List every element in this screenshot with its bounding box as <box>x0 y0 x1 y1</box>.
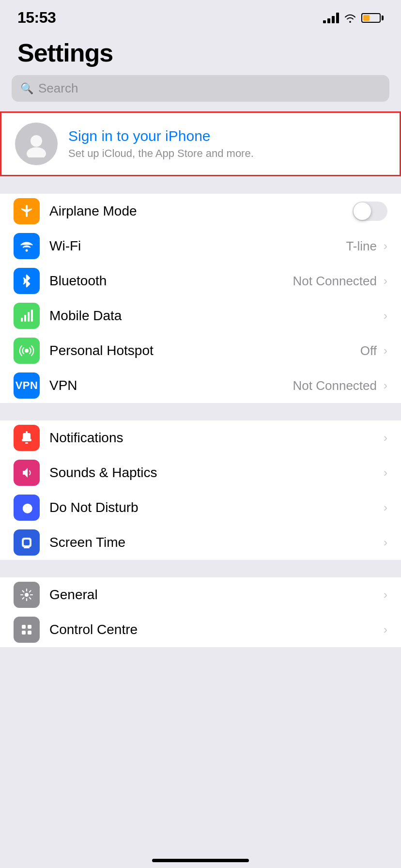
svg-point-1 <box>27 147 46 157</box>
section-gap-1 <box>0 176 401 194</box>
status-time: 15:53 <box>17 9 56 27</box>
status-icons <box>323 13 384 23</box>
search-container: 🔍 Search <box>0 75 401 111</box>
section-gap-3 <box>0 560 401 577</box>
vpn-value: Not Connected <box>293 378 377 393</box>
dnd-icon-svg <box>19 500 34 515</box>
settings-row-hotspot[interactable]: Personal Hotspot Off › <box>0 333 401 368</box>
battery-icon <box>361 13 384 23</box>
sounds-icon-svg <box>19 465 34 480</box>
control-centre-icon <box>14 617 40 643</box>
control-centre-chevron: › <box>384 623 387 636</box>
wifi-label: Wi-Fi <box>49 238 346 254</box>
general-icon <box>14 582 40 608</box>
vpn-label-text: VPN <box>15 379 38 392</box>
bluetooth-value: Not Connected <box>293 274 377 289</box>
svg-point-16 <box>25 593 29 597</box>
svg-rect-10 <box>25 442 28 444</box>
vpn-icon: VPN <box>14 372 40 399</box>
settings-group-connectivity: Airplane Mode Wi-Fi T-line › Bluetooth N… <box>0 194 401 403</box>
dnd-chevron: › <box>384 501 387 514</box>
bluetooth-label: Bluetooth <box>49 273 293 289</box>
general-chevron: › <box>384 588 387 602</box>
status-bar: 15:53 <box>0 0 401 31</box>
screentime-chevron: › <box>384 536 387 549</box>
signin-text: Sign in to your iPhone Set up iCloud, th… <box>68 128 254 160</box>
search-icon: 🔍 <box>20 82 33 95</box>
signin-row[interactable]: Sign in to your iPhone Set up iCloud, th… <box>1 113 400 175</box>
settings-row-vpn[interactable]: VPN VPN Not Connected › <box>0 368 401 403</box>
svg-rect-5 <box>28 312 30 322</box>
avatar <box>15 123 58 165</box>
svg-rect-3 <box>21 318 23 322</box>
settings-row-screentime[interactable]: Screen Time › <box>0 525 401 560</box>
svg-rect-9 <box>22 439 31 441</box>
settings-row-bluetooth[interactable]: Bluetooth Not Connected › <box>0 264 401 298</box>
settings-group-system: Notifications › Sounds & Haptics › Do No… <box>0 420 401 560</box>
wifi-icon <box>344 13 356 23</box>
screentime-label: Screen Time <box>49 535 382 550</box>
hotspot-value: Off <box>360 343 377 358</box>
signin-subtitle: Set up iCloud, the App Store and more. <box>68 147 254 160</box>
svg-rect-13 <box>24 540 30 545</box>
mobile-data-chevron: › <box>384 309 387 323</box>
avatar-icon <box>23 130 50 157</box>
airplane-mode-icon <box>14 198 40 224</box>
screentime-icon-svg <box>19 535 34 550</box>
page-title: Settings <box>17 38 384 67</box>
wifi-chevron: › <box>384 239 387 253</box>
settings-row-general[interactable]: General › <box>0 577 401 612</box>
general-label: General <box>49 587 382 603</box>
bluetooth-chevron: › <box>384 274 387 288</box>
signin-title: Sign in to your iPhone <box>68 128 254 144</box>
svg-rect-20 <box>28 631 31 635</box>
svg-point-0 <box>31 135 42 147</box>
svg-rect-11 <box>26 431 28 434</box>
svg-rect-19 <box>22 631 26 635</box>
wifi-value: T-line <box>346 239 377 254</box>
svg-rect-6 <box>31 310 33 322</box>
vpn-chevron: › <box>384 379 387 392</box>
airplane-icon-svg <box>19 203 34 219</box>
notifications-icon <box>14 425 40 451</box>
settings-row-dnd[interactable]: Do Not Disturb › <box>0 490 401 525</box>
settings-group-device: General › Control Centre › <box>0 577 401 647</box>
control-centre-icon-svg <box>19 622 34 637</box>
settings-row-airplane[interactable]: Airplane Mode <box>0 194 401 229</box>
dnd-icon <box>14 495 40 521</box>
notifications-icon-svg <box>19 430 34 446</box>
settings-row-wifi[interactable]: Wi-Fi T-line › <box>0 229 401 264</box>
settings-row-sounds[interactable]: Sounds & Haptics › <box>0 455 401 490</box>
hotspot-label: Personal Hotspot <box>49 343 360 358</box>
svg-rect-8 <box>23 433 31 440</box>
toggle-knob <box>354 202 371 220</box>
svg-rect-18 <box>28 625 31 629</box>
sounds-label: Sounds & Haptics <box>49 465 382 480</box>
settings-row-mobile-data[interactable]: Mobile Data › <box>0 298 401 333</box>
settings-row-control-centre[interactable]: Control Centre › <box>0 612 401 647</box>
page-title-container: Settings <box>0 31 401 75</box>
screentime-icon <box>14 529 40 556</box>
svg-rect-15 <box>24 547 30 548</box>
sounds-icon <box>14 460 40 486</box>
vpn-label: VPN <box>49 378 293 393</box>
settings-row-notifications[interactable]: Notifications › <box>0 420 401 455</box>
general-icon-svg <box>19 587 34 603</box>
svg-rect-14 <box>25 545 28 547</box>
wifi-icon-svg <box>19 238 34 254</box>
control-centre-label: Control Centre <box>49 622 382 637</box>
hotspot-chevron: › <box>384 344 387 357</box>
wifi-settings-icon <box>14 233 40 259</box>
svg-point-2 <box>26 249 28 252</box>
airplane-mode-toggle[interactable] <box>353 202 387 221</box>
hotspot-icon <box>14 338 40 364</box>
bluetooth-icon-svg <box>19 273 34 289</box>
notifications-chevron: › <box>384 431 387 445</box>
notifications-label: Notifications <box>49 430 382 446</box>
airplane-mode-label: Airplane Mode <box>49 203 353 219</box>
signin-section[interactable]: Sign in to your iPhone Set up iCloud, th… <box>0 111 401 176</box>
svg-rect-17 <box>22 625 26 629</box>
search-bar[interactable]: 🔍 Search <box>12 75 389 102</box>
section-gap-2 <box>0 403 401 420</box>
mobile-data-label: Mobile Data <box>49 308 382 324</box>
